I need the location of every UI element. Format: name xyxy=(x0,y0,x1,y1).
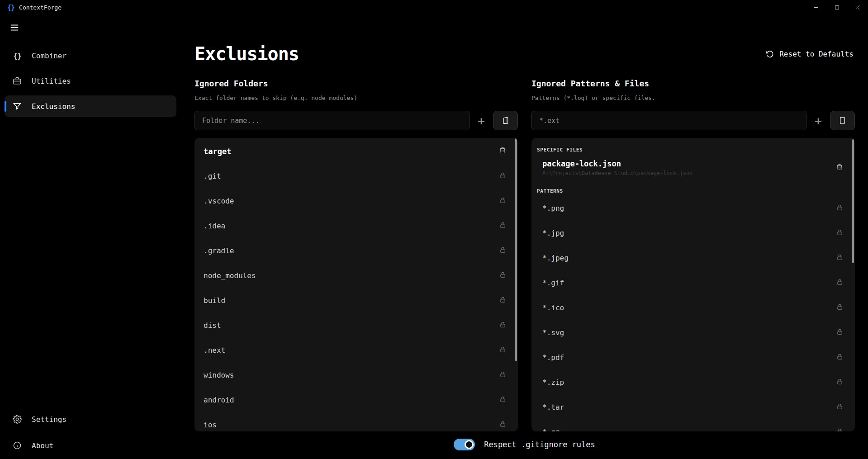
titlebar: {} ContextForge xyxy=(0,0,868,15)
lock-icon xyxy=(499,222,506,231)
ignored-folders-list: target .git xyxy=(194,138,518,431)
lock-icon xyxy=(499,321,506,330)
footer: Respect .gitignore rules xyxy=(181,435,868,454)
lock-icon xyxy=(836,353,843,362)
door-open-icon xyxy=(501,116,510,125)
page-header: Exclusions Reset to Defaults xyxy=(194,41,855,66)
folder-name: .vscode xyxy=(204,197,499,205)
pattern-row[interactable]: *.jpeg xyxy=(531,246,855,270)
delete-file-icon[interactable] xyxy=(836,163,843,173)
add-pattern-button[interactable]: + xyxy=(809,111,827,130)
sidebar-item-label: Settings xyxy=(32,415,66,424)
sidebar-item-label: Utilities xyxy=(32,77,71,85)
folder-name: build xyxy=(204,296,499,305)
folder-row[interactable]: .git xyxy=(194,164,518,189)
folder-row[interactable]: .gradle xyxy=(194,238,518,263)
pattern-row[interactable]: *.ico xyxy=(531,295,855,320)
close-button[interactable] xyxy=(847,0,868,15)
folder-row[interactable]: .idea xyxy=(194,213,518,238)
sidebar-item-about[interactable]: About xyxy=(5,435,176,456)
pattern-row[interactable]: *.zip xyxy=(531,370,855,395)
folder-row[interactable]: build xyxy=(194,288,518,313)
pattern-name: *.jpeg xyxy=(542,254,836,262)
pattern-row[interactable]: *.tar xyxy=(531,395,855,420)
sidebar: {} Combiner Utilities Exclusions Setting… xyxy=(0,15,181,459)
folder-name-input[interactable] xyxy=(194,111,470,130)
pattern-row[interactable]: *.pdf xyxy=(531,345,855,370)
patterns-scrollbar[interactable] xyxy=(852,139,854,263)
folder-name: android xyxy=(204,396,499,404)
lock-icon xyxy=(499,396,506,405)
minimize-button[interactable] xyxy=(806,0,826,15)
folder-row[interactable]: ios xyxy=(194,412,518,431)
folder-row[interactable]: dist xyxy=(194,313,518,338)
folder-row[interactable]: .vscode xyxy=(194,189,518,213)
pattern-name: *.ico xyxy=(542,303,836,312)
rotate-ccw-icon xyxy=(765,50,774,58)
folder-name: ios xyxy=(204,421,499,429)
sidebar-item-label: Exclusions xyxy=(32,102,75,111)
folders-rows: target .git xyxy=(194,139,518,431)
folder-row[interactable]: .next xyxy=(194,338,518,363)
pattern-row[interactable]: *.svg xyxy=(531,320,855,345)
lock-icon xyxy=(499,246,506,256)
columns: Ignored Folders Exact folder names to sk… xyxy=(194,79,855,431)
reset-label: Reset to Defaults xyxy=(779,50,854,58)
folder-row[interactable]: android xyxy=(194,388,518,412)
folder-row[interactable]: target xyxy=(194,139,518,164)
maximize-button[interactable] xyxy=(826,0,847,15)
gitignore-toggle[interactable] xyxy=(454,439,475,450)
browse-file-button[interactable] xyxy=(830,111,855,130)
main-content: Exclusions Reset to Defaults Ignored Fol… xyxy=(181,15,868,459)
lock-icon xyxy=(836,229,843,238)
pattern-row[interactable]: *.png xyxy=(531,196,855,221)
sidebar-item-combiner[interactable]: {} Combiner xyxy=(5,45,176,66)
lock-icon xyxy=(499,371,506,380)
app-identity: {} ContextForge xyxy=(0,4,62,12)
ignored-patterns-section: Ignored Patterns & Files Patterns (*.log… xyxy=(531,79,855,431)
ignored-patterns-subtitle: Patterns (*.log) or specific files. xyxy=(531,95,855,101)
file-info: package-lock.json A:\Projects\DataWeave … xyxy=(542,159,836,176)
delete-folder-icon[interactable] xyxy=(499,147,506,156)
file-name: package-lock.json xyxy=(542,159,836,168)
pattern-name: *.png xyxy=(542,204,836,213)
browse-folder-button[interactable] xyxy=(493,111,518,130)
ignored-folders-subtitle: Exact folder names to skip (e.g. node_mo… xyxy=(194,95,518,101)
lock-icon xyxy=(836,303,843,312)
specific-file-row[interactable]: package-lock.json A:\Projects\DataWeave … xyxy=(531,155,855,180)
lock-icon xyxy=(499,421,506,430)
pattern-name: *.gz xyxy=(542,428,836,431)
folder-name: .next xyxy=(204,346,499,355)
folder-row[interactable]: windows xyxy=(194,363,518,388)
reset-to-defaults-button[interactable]: Reset to Defaults xyxy=(764,47,855,61)
ignored-folders-title: Ignored Folders xyxy=(194,79,518,88)
lock-icon xyxy=(836,279,843,288)
gear-icon xyxy=(13,415,22,424)
lock-icon xyxy=(499,172,506,181)
patterns-rows: *.png *.jpg xyxy=(531,196,855,431)
folder-row[interactable]: node_modules xyxy=(194,263,518,288)
folder-name: .idea xyxy=(204,222,499,230)
sidebar-item-label: Combiner xyxy=(32,52,66,60)
app-window: {} ContextForge {} Combiner xyxy=(0,0,868,459)
ignored-folders-section: Ignored Folders Exact folder names to sk… xyxy=(194,79,518,431)
filter-funnel-icon xyxy=(13,102,22,111)
hamburger-menu-icon[interactable] xyxy=(8,21,21,34)
pattern-name: *.jpg xyxy=(542,229,836,237)
sidebar-item-exclusions[interactable]: Exclusions xyxy=(5,95,176,117)
pattern-row[interactable]: *.gif xyxy=(531,270,855,295)
pattern-row[interactable]: *.gz xyxy=(531,420,855,431)
folder-name: .gradle xyxy=(204,246,499,255)
app-title: ContextForge xyxy=(19,4,62,11)
sidebar-item-settings[interactable]: Settings xyxy=(5,408,176,430)
specific-files-rows: package-lock.json A:\Projects\DataWeave … xyxy=(531,155,855,180)
sidebar-item-utilities[interactable]: Utilities xyxy=(5,70,176,92)
pattern-row[interactable]: *.jpg xyxy=(531,221,855,246)
lock-icon xyxy=(499,271,506,280)
add-folder-button[interactable]: + xyxy=(472,111,490,130)
folders-scrollbar[interactable] xyxy=(515,138,517,361)
pattern-name: *.tar xyxy=(542,403,836,412)
pattern-name: *.pdf xyxy=(542,353,836,362)
patterns-label: PATTERNS xyxy=(537,188,855,194)
pattern-input[interactable] xyxy=(531,111,806,130)
